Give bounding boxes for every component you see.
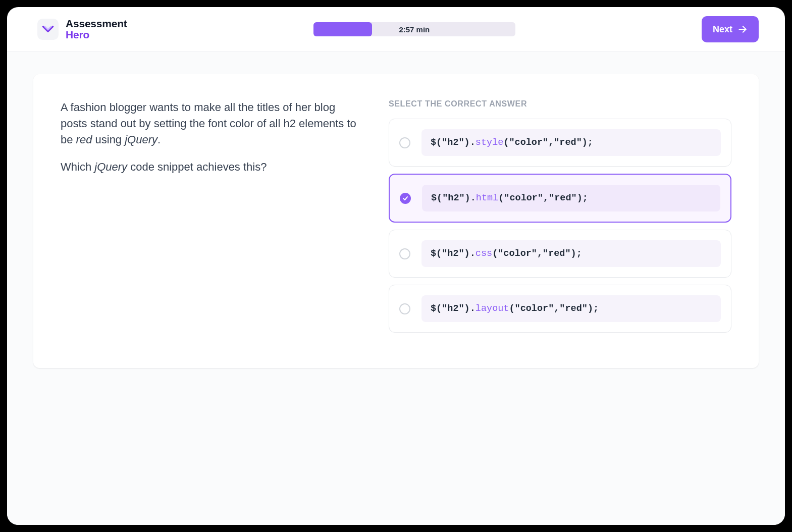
header-bar: Assessment Hero 2:57 min Next xyxy=(7,7,785,52)
code-prefix: $("h2"). xyxy=(431,137,476,148)
question-column: A fashion blogger wants to make all the … xyxy=(61,99,358,340)
code-prefix: $("h2"). xyxy=(431,303,476,314)
answers-heading: SELECT THE CORRECT ANSWER xyxy=(389,99,731,109)
code-args: ("color","red"); xyxy=(492,248,582,259)
code-snippet: $("h2").css("color","red"); xyxy=(421,240,721,267)
q2-pre: Which xyxy=(61,161,94,173)
q1-mid: using xyxy=(92,133,125,146)
question-card: A fashion blogger wants to make all the … xyxy=(33,74,759,368)
code-prefix: $("h2"). xyxy=(431,193,476,203)
answer-option-3[interactable]: $("h2").layout("color","red"); xyxy=(389,285,731,333)
q1-post: . xyxy=(157,133,161,146)
code-prefix: $("h2"). xyxy=(431,248,476,259)
main-area: A fashion blogger wants to make all the … xyxy=(7,52,785,525)
radio-icon xyxy=(399,303,410,314)
next-button[interactable]: Next xyxy=(702,16,759,42)
code-fn: style xyxy=(476,137,504,148)
code-snippet: $("h2").layout("color","red"); xyxy=(421,295,721,322)
code-args: ("color","red"); xyxy=(509,303,599,314)
radio-icon xyxy=(399,248,410,259)
answer-option-2[interactable]: $("h2").css("color","red"); xyxy=(389,230,731,278)
q1-em2: jQuery xyxy=(125,133,157,146)
logo-line1: Assessment xyxy=(66,18,127,29)
q2-post: code snippet achieves this? xyxy=(127,161,267,173)
arrow-right-icon xyxy=(737,24,748,34)
logo-line2: Hero xyxy=(66,29,127,40)
code-fn: layout xyxy=(476,303,509,314)
next-button-label: Next xyxy=(713,24,732,35)
logo-icon xyxy=(37,19,59,40)
code-snippet: $("h2").html("color","red"); xyxy=(422,185,720,211)
code-fn: css xyxy=(476,248,492,259)
timer-label: 2:57 min xyxy=(399,25,430,34)
progress-fill xyxy=(313,22,372,36)
progress-bar: 2:57 min xyxy=(313,22,515,36)
code-fn: html xyxy=(476,193,498,203)
answers-column: SELECT THE CORRECT ANSWER $("h2").style(… xyxy=(389,99,731,340)
question-text: A fashion blogger wants to make all the … xyxy=(61,99,358,175)
answer-option-0[interactable]: $("h2").style("color","red"); xyxy=(389,119,731,167)
answer-option-1[interactable]: $("h2").html("color","red"); xyxy=(389,174,731,223)
question-para-2: Which jQuery code snippet achieves this? xyxy=(61,159,358,175)
code-args: ("color","red"); xyxy=(503,137,593,148)
q2-em: jQuery xyxy=(94,161,127,173)
code-args: ("color","red"); xyxy=(498,193,588,203)
q1-em1: red xyxy=(76,133,92,146)
progress-wrap: 2:57 min xyxy=(127,22,702,36)
code-snippet: $("h2").style("color","red"); xyxy=(421,129,721,156)
radio-icon xyxy=(400,193,411,204)
logo-text: Assessment Hero xyxy=(66,18,127,40)
question-para-1: A fashion blogger wants to make all the … xyxy=(61,99,358,148)
app-frame: Assessment Hero 2:57 min Next xyxy=(7,7,785,525)
logo: Assessment Hero xyxy=(37,18,127,40)
radio-icon xyxy=(399,137,410,148)
